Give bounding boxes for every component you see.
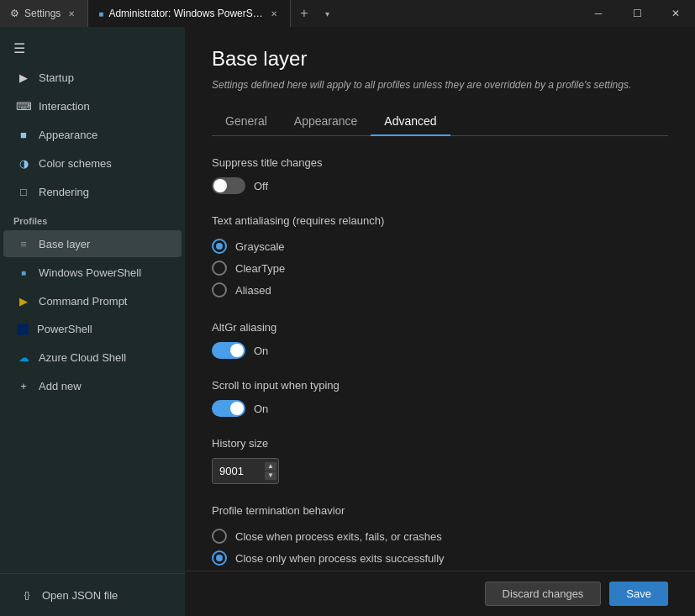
sidebar-item-powershell[interactable]: PowerShell — [3, 316, 182, 342]
content-footer: Discard changes Save — [185, 571, 695, 616]
active-tab-icon: ■ — [98, 9, 103, 18]
active-tab[interactable]: ■ Administrator: Windows PowerS… ✕ — [88, 0, 290, 27]
page-subtitle: Settings defined here will apply to all … — [212, 79, 668, 91]
suppress-title-toggle-row: Off — [212, 177, 668, 194]
content-inner: Base layer Settings defined here will ap… — [185, 27, 695, 571]
azure-cloud-shell-icon: ☁ — [17, 350, 30, 364]
sidebar-item-interaction-label: Interaction — [39, 100, 90, 113]
command-prompt-icon: ▶ — [17, 294, 30, 308]
text-antialiasing-radio-group: Grayscale ClearType Aliased — [212, 235, 668, 301]
sidebar-item-command-prompt-label: Command Prompt — [39, 295, 127, 308]
suppress-title-changes-section: Suppress title changes Off — [212, 156, 668, 194]
sidebar-item-appearance[interactable]: ■ Appearance — [3, 121, 182, 148]
sidebar-item-interaction[interactable]: ⌨ Interaction — [3, 92, 182, 119]
settings-tab[interactable]: ⚙ Settings ✕ — [0, 0, 88, 27]
scroll-input-section: Scroll to input when typing On — [212, 379, 668, 417]
close-button[interactable]: ✕ — [656, 0, 695, 27]
scroll-input-toggle-label: On — [254, 403, 268, 415]
main-layout: ☰ ▶ Startup ⌨ Interaction ■ Appearance ◑… — [0, 27, 695, 616]
history-size-spinners: ▲ ▼ — [265, 462, 276, 480]
tab-appearance[interactable]: Appearance — [281, 108, 371, 136]
radio-close-fail-circle — [212, 529, 227, 544]
tab-general[interactable]: General — [212, 108, 281, 136]
page-title: Base layer — [212, 47, 668, 71]
open-json-button[interactable]: {} Open JSON file — [7, 582, 178, 608]
radio-grayscale[interactable]: Grayscale — [212, 235, 668, 257]
history-size-input-box: ▲ ▼ — [212, 458, 279, 484]
history-size-section: History size ▲ ▼ — [212, 437, 668, 484]
scroll-input-label: Scroll to input when typing — [212, 379, 668, 392]
hamburger-button[interactable]: ☰ — [0, 34, 185, 63]
sidebar-item-windows-powershell[interactable]: ■ Windows PowerShell — [3, 259, 182, 286]
minimize-button[interactable]: ─ — [579, 0, 618, 27]
radio-aliased[interactable]: Aliased — [212, 279, 668, 301]
sidebar-item-azure-cloud-shell-label: Azure Cloud Shell — [39, 351, 126, 364]
sidebar-item-base-layer-label: Base layer — [39, 238, 90, 250]
sidebar-item-windows-powershell-label: Windows PowerShell — [39, 266, 141, 279]
tab-advanced[interactable]: Advanced — [371, 108, 450, 136]
radio-close-success-circle — [212, 550, 227, 566]
history-size-decrement[interactable]: ▼ — [265, 471, 276, 480]
altgr-aliasing-section: AltGr aliasing On — [212, 321, 668, 359]
maximize-button[interactable]: ☐ — [618, 0, 656, 27]
content: Base layer Settings defined here will ap… — [185, 27, 695, 616]
radio-close-fail-label: Close when process exits, fails, or cras… — [235, 530, 442, 543]
suppress-title-toggle-label: Off — [254, 180, 268, 192]
radio-grayscale-circle — [212, 239, 227, 254]
sidebar-footer: {} Open JSON file — [0, 573, 185, 616]
save-button[interactable]: Save — [609, 582, 668, 606]
suppress-title-label: Suppress title changes — [212, 156, 668, 169]
radio-cleartype-label: ClearType — [235, 262, 285, 275]
color-schemes-icon: ◑ — [17, 156, 30, 170]
scroll-input-toggle-row: On — [212, 400, 668, 417]
radio-cleartype-circle — [212, 261, 227, 276]
open-json-label: Open JSON file — [42, 589, 118, 602]
suppress-title-toggle[interactable] — [212, 177, 245, 194]
sidebar-item-startup-label: Startup — [39, 71, 74, 84]
sidebar-item-color-schemes-label: Color schemes — [39, 157, 112, 170]
sidebar-item-rendering[interactable]: □ Rendering — [3, 178, 182, 205]
sidebar-item-azure-cloud-shell[interactable]: ☁ Azure Cloud Shell — [3, 344, 182, 371]
settings-tab-close[interactable]: ✕ — [66, 8, 77, 19]
radio-aliased-label: Aliased — [235, 284, 271, 297]
title-bar: ⚙ Settings ✕ ■ Administrator: Windows Po… — [0, 0, 695, 27]
sidebar-item-appearance-label: Appearance — [39, 129, 97, 141]
scroll-input-toggle[interactable] — [212, 400, 245, 417]
sidebar-item-startup[interactable]: ▶ Startup — [3, 64, 182, 91]
radio-aliased-circle — [212, 282, 227, 297]
appearance-icon: ■ — [17, 128, 30, 141]
altgr-toggle-label: On — [254, 345, 268, 357]
text-antialiasing-label: Text antialiasing (requires relaunch) — [212, 214, 668, 227]
altgr-toggle-row: On — [212, 342, 668, 359]
windows-powershell-icon: ■ — [17, 266, 30, 279]
radio-cleartype[interactable]: ClearType — [212, 257, 668, 279]
powershell-icon — [17, 324, 29, 335]
discard-changes-button[interactable]: Discard changes — [485, 582, 602, 606]
add-icon: + — [17, 379, 30, 392]
new-tab-button[interactable]: + — [291, 0, 318, 27]
history-size-input[interactable] — [219, 465, 261, 477]
sidebar: ☰ ▶ Startup ⌨ Interaction ■ Appearance ◑… — [0, 27, 185, 616]
sidebar-item-color-schemes[interactable]: ◑ Color schemes — [3, 150, 182, 176]
sidebar-item-rendering-label: Rendering — [39, 186, 89, 198]
add-new-button[interactable]: + Add new — [3, 372, 182, 399]
add-new-label: Add new — [39, 380, 82, 392]
history-size-increment[interactable]: ▲ — [265, 462, 276, 471]
sidebar-item-base-layer[interactable]: ≡ Base layer — [3, 230, 182, 257]
sidebar-item-command-prompt[interactable]: ▶ Command Prompt — [3, 287, 182, 314]
tab-dropdown-button[interactable]: ▾ — [318, 0, 338, 27]
active-tab-label: Administrator: Windows PowerS… — [108, 8, 262, 19]
altgr-toggle[interactable] — [212, 342, 245, 359]
settings-tab-label: Settings — [24, 8, 61, 19]
profiles-section-label: Profiles — [0, 206, 185, 229]
radio-grayscale-label: Grayscale — [235, 240, 285, 253]
base-layer-icon: ≡ — [17, 237, 30, 250]
tabs: General Appearance Advanced — [212, 108, 668, 136]
radio-close-success[interactable]: Close only when process exits successful… — [212, 547, 668, 569]
active-tab-close[interactable]: ✕ — [268, 8, 280, 19]
interaction-icon: ⌨ — [17, 99, 30, 113]
sidebar-item-powershell-label: PowerShell — [37, 323, 92, 335]
profile-termination-radio-group: Close when process exits, fails, or cras… — [212, 525, 668, 571]
altgr-aliasing-label: AltGr aliasing — [212, 321, 668, 334]
radio-close-fail[interactable]: Close when process exits, fails, or cras… — [212, 525, 668, 547]
